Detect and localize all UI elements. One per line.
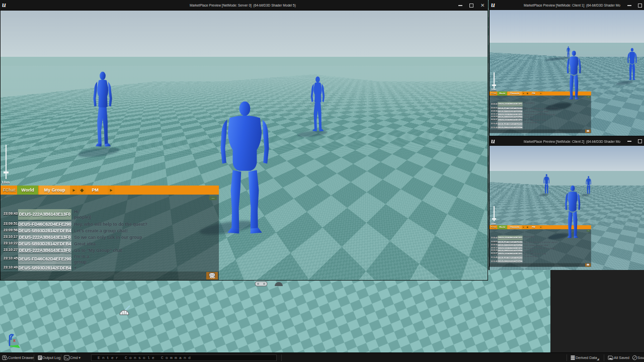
svg-text:x: x — [13, 338, 16, 343]
